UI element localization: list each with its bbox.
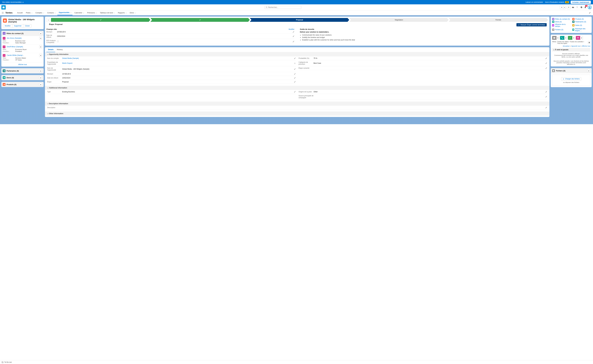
files-card: Fichiers (0) Charger des fichiers ou dép…	[551, 68, 592, 87]
quick-links-card: Rôles du contact (3) Produits (0) Devis …	[551, 17, 592, 33]
nav-tab-contacts[interactable]: Contacts	[46, 10, 57, 15]
global-search[interactable]	[264, 6, 301, 9]
change-owner-icon[interactable]	[294, 62, 296, 64]
file-drop-zone[interactable]: Charger des fichiers ou déposer des fich…	[552, 75, 590, 86]
help-button[interactable]: ?	[576, 6, 579, 9]
section-additional-info[interactable]: Additional Information	[45, 86, 549, 90]
activity-event[interactable]	[576, 36, 583, 40]
edit-pencil-icon[interactable]	[545, 57, 547, 59]
nav-tab-calendrier[interactable]: Calendrier	[73, 10, 85, 15]
search-input[interactable]	[268, 6, 300, 8]
quick-link[interactable]: Rôles du contact (3)	[552, 18, 570, 20]
edit-pencil-icon[interactable]	[294, 73, 296, 75]
cloner-button[interactable]: Cloner	[23, 24, 32, 27]
nav-tab-rapports[interactable]: Rapports	[117, 10, 128, 15]
contact-name-link[interactable]: Jon Amos (Sample)	[7, 37, 21, 39]
activity-task[interactable]	[568, 36, 575, 40]
contact-menu[interactable]	[39, 54, 42, 57]
quick-link[interactable]: Produits (0)	[572, 18, 590, 20]
contact-roles-menu[interactable]	[39, 32, 42, 35]
stage-step[interactable]: Proposal	[250, 18, 349, 22]
stage-collapse-toggle[interactable]	[46, 18, 50, 22]
edit-pencil-icon[interactable]	[293, 35, 295, 37]
contact-name-link[interactable]: Carole White (Sampl...	[7, 54, 24, 56]
favorites-dropdown[interactable]	[563, 6, 566, 9]
svg-rect-19	[553, 21, 554, 22]
nav-tab-pistes[interactable]: Pistes	[25, 10, 33, 15]
leave-comment-link[interactable]: Laisser un commentaire	[526, 1, 543, 3]
detail-tab-détails[interactable]: Détails	[46, 47, 55, 52]
files-menu[interactable]	[587, 69, 590, 72]
activity-email[interactable]	[552, 36, 559, 40]
quick-link[interactable]: Fichiers (0)	[552, 28, 570, 32]
quick-link[interactable]: Historique des étapes ...	[572, 28, 590, 32]
stage-step[interactable]	[51, 18, 151, 22]
edit-pencil-icon[interactable]	[545, 67, 547, 69]
contact-roles-show-all[interactable]: Afficher tout	[1, 62, 44, 67]
app-launcher[interactable]	[1, 11, 4, 14]
svg-point-7	[3, 13, 3, 13]
nav-bar: Ventes AccueilPistesComptesContactsOppor…	[0, 10, 593, 15]
section-opportunity-info[interactable]: Opportunity Information	[45, 52, 549, 56]
section-other-info[interactable]: Other Information	[45, 111, 549, 116]
svg-point-4	[3, 12, 3, 12]
quick-link[interactable]: Devis (0)	[552, 21, 570, 23]
no-activity-message: Aucune activité à afficher. Commencez pa…	[552, 53, 590, 58]
nav-tab-comptes[interactable]: Comptes	[34, 10, 45, 15]
edit-pencil-icon[interactable]	[545, 107, 547, 109]
edit-pencil-icon[interactable]	[294, 81, 296, 83]
edit-pencil-icon[interactable]	[294, 68, 296, 70]
nav-tab-devis[interactable]: Devis	[128, 10, 137, 15]
nav-tab-accueil[interactable]: Accueil	[16, 10, 24, 15]
global-add-button[interactable]: ＋	[567, 6, 570, 9]
salesforce-cloud-icon[interactable]	[572, 6, 574, 9]
edit-pencil-icon[interactable]	[293, 41, 295, 42]
buy-now-button[interactable]: Acheter maintenant	[571, 1, 591, 4]
panel-menu[interactable]	[39, 69, 42, 72]
edit-pencil-icon[interactable]	[545, 96, 547, 98]
activity-call[interactable]	[560, 36, 567, 40]
contact-name-link[interactable]: Geoff Minor (Sample)	[7, 46, 23, 48]
edit-pencil-icon[interactable]	[545, 91, 547, 93]
detail-tab-history[interactable]: History	[55, 47, 64, 52]
activity-showall-link[interactable]: Afficher tout	[582, 45, 590, 47]
recommended-visits[interactable]: Vos visites recommandées	[2, 1, 24, 3]
favorites-button[interactable]: ★	[560, 6, 563, 9]
edit-pencil-icon[interactable]	[294, 77, 296, 79]
stage-step[interactable]	[151, 18, 250, 22]
nav-tab-prévisions[interactable]: Prévisions	[86, 10, 98, 15]
activity-upcoming-header[interactable]: À venir et passés	[552, 48, 590, 52]
quick-link[interactable]: Notes (0)	[572, 23, 590, 27]
edit-pencil-icon[interactable]	[293, 31, 295, 33]
stage-step[interactable]: Negotiation	[349, 18, 449, 22]
roi-checkbox	[57, 40, 59, 42]
stage-step[interactable]: Fermée	[448, 18, 548, 22]
details-card: DétailsHistory Opportunity Information N…	[45, 47, 549, 117]
activity-expand-link[interactable]: Agrandir tout	[571, 45, 580, 47]
quick-link[interactable]: Influence de la campa...	[552, 23, 570, 27]
edit-nav-button[interactable]	[588, 12, 592, 14]
quick-link[interactable]: Partenaires (0)	[572, 21, 590, 23]
edit-pencil-icon[interactable]	[545, 62, 547, 64]
supprimer-button[interactable]: Supprimer	[12, 24, 23, 27]
notifications-button[interactable]: 10	[584, 6, 587, 9]
brand-logo[interactable]	[1, 5, 6, 10]
setup-gear-button[interactable]	[580, 6, 583, 9]
edit-pencil-icon[interactable]	[294, 57, 296, 59]
upload-files-button[interactable]: Charger des fichiers	[561, 77, 581, 80]
edit-pencil-icon[interactable]	[294, 91, 296, 93]
panel-menu[interactable]	[39, 76, 42, 79]
contact-menu[interactable]	[39, 45, 42, 48]
nav-tab-tableaux de bord[interactable]: Tableaux de bord	[99, 10, 116, 15]
modifier-button[interactable]: Modifier	[3, 24, 12, 27]
panel-menu[interactable]	[39, 83, 42, 86]
global-header: ★ ＋ ? 10	[0, 4, 593, 10]
mark-stage-complete-button[interactable]: Marquer Étape comme terminé(e)	[516, 23, 547, 26]
key-fields-edit[interactable]: Modifier	[289, 28, 295, 30]
user-avatar[interactable]	[588, 6, 592, 9]
nav-tab-opportunités[interactable]: Opportunités	[57, 10, 72, 15]
activity-settings[interactable]	[588, 41, 590, 44]
activity-refresh-link[interactable]: Actualiser	[563, 45, 570, 47]
section-description-info[interactable]: Description Information	[45, 102, 549, 106]
contact-menu[interactable]	[39, 37, 42, 40]
